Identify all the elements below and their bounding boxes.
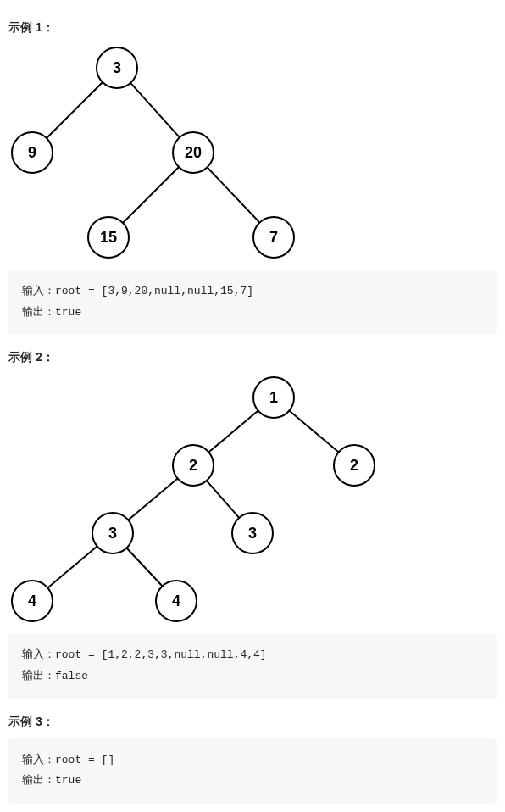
- tree-edge: [207, 481, 239, 518]
- tree-edge: [47, 547, 97, 588]
- tree-node-label: 2: [189, 457, 197, 474]
- code-block: 输入：root = [1,2,2,3,3,null,null,4,4] 输出：f…: [8, 633, 497, 698]
- tree-diagram: 1 2 2 3 3 4 4: [8, 374, 378, 625]
- tree-node: 15: [88, 217, 129, 258]
- tree-node-label: 3: [113, 59, 121, 76]
- tree-node: 9: [12, 132, 53, 173]
- example-heading: 示例 2：: [8, 350, 497, 365]
- tree-node: 3: [97, 47, 137, 88]
- tree-node: 7: [253, 217, 294, 258]
- examples-container: 示例 1： 3 9 20 15 7 输入：root = [3,9,20,null…: [8, 20, 497, 804]
- tree-edge: [130, 83, 180, 137]
- tree-edge: [128, 479, 177, 520]
- tree-node-label: 3: [248, 525, 257, 542]
- tree-edge: [208, 411, 258, 453]
- tree-node-label: 1: [269, 389, 278, 406]
- tree-node-label: 4: [28, 592, 36, 609]
- tree-node: 2: [334, 445, 375, 486]
- tree-edge: [47, 82, 103, 138]
- tree-edge: [126, 548, 162, 587]
- code-block: 输入：root = [] 输出：true: [8, 738, 497, 804]
- tree-node: 3: [232, 513, 273, 553]
- tree-node-label: 3: [108, 525, 117, 542]
- tree-node: 2: [173, 445, 214, 486]
- tree-node: 4: [156, 581, 197, 621]
- tree-node-label: 7: [269, 229, 278, 246]
- tree-edge: [289, 411, 338, 453]
- tree-node-label: 4: [172, 592, 180, 609]
- tree-node: 20: [173, 132, 214, 173]
- tree-node: 3: [92, 513, 133, 553]
- tree-node: 1: [253, 377, 294, 418]
- tree-edge: [123, 167, 179, 223]
- tree-diagram: 3 9 20 15 7: [8, 44, 297, 261]
- tree-node-label: 9: [28, 144, 36, 161]
- tree-node-label: 2: [350, 457, 358, 474]
- example-heading: 示例 1：: [8, 20, 497, 36]
- code-block: 输入：root = [3,9,20,null,null,15,7] 输出：tru…: [8, 270, 497, 335]
- tree-node: 4: [12, 581, 53, 621]
- tree-node-label: 15: [100, 229, 117, 246]
- tree-edge: [208, 167, 260, 222]
- example-heading: 示例 3：: [8, 715, 497, 730]
- tree-node-label: 20: [185, 144, 202, 161]
